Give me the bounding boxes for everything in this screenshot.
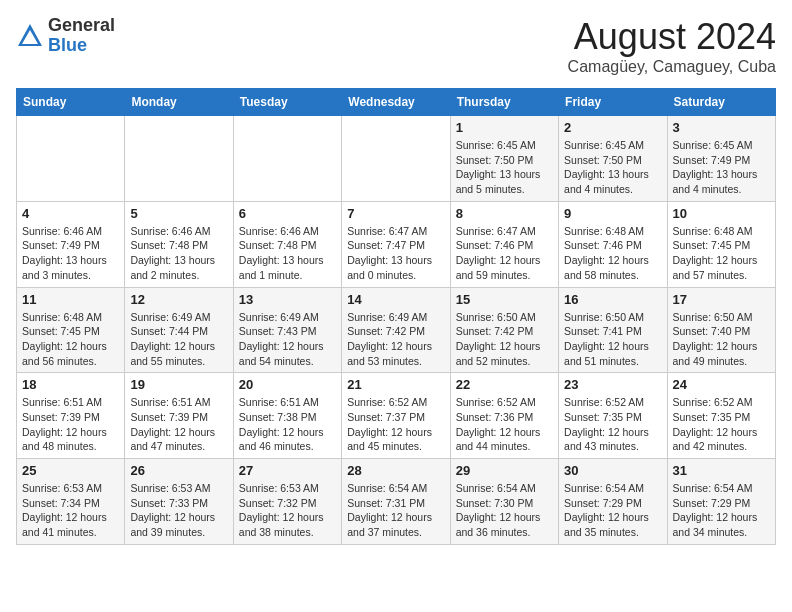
day-info: Sunrise: 6:54 AMSunset: 7:30 PMDaylight:… [456,481,553,540]
day-info: Sunrise: 6:53 AMSunset: 7:32 PMDaylight:… [239,481,336,540]
day-number: 29 [456,463,553,478]
day-number: 13 [239,292,336,307]
calendar-cell: 22Sunrise: 6:52 AMSunset: 7:36 PMDayligh… [450,373,558,459]
day-number: 6 [239,206,336,221]
day-info: Sunrise: 6:50 AMSunset: 7:40 PMDaylight:… [673,310,770,369]
day-number: 20 [239,377,336,392]
logo-text: General Blue [48,16,115,56]
day-info: Sunrise: 6:48 AMSunset: 7:45 PMDaylight:… [673,224,770,283]
calendar-cell [17,116,125,202]
calendar-cell: 25Sunrise: 6:53 AMSunset: 7:34 PMDayligh… [17,459,125,545]
day-info: Sunrise: 6:54 AMSunset: 7:31 PMDaylight:… [347,481,444,540]
calendar-cell: 27Sunrise: 6:53 AMSunset: 7:32 PMDayligh… [233,459,341,545]
day-info: Sunrise: 6:52 AMSunset: 7:37 PMDaylight:… [347,395,444,454]
calendar-cell: 30Sunrise: 6:54 AMSunset: 7:29 PMDayligh… [559,459,667,545]
calendar-cell: 31Sunrise: 6:54 AMSunset: 7:29 PMDayligh… [667,459,775,545]
calendar-cell: 20Sunrise: 6:51 AMSunset: 7:38 PMDayligh… [233,373,341,459]
logo-general-text: General [48,15,115,35]
day-number: 26 [130,463,227,478]
calendar-cell [125,116,233,202]
day-info: Sunrise: 6:47 AMSunset: 7:47 PMDaylight:… [347,224,444,283]
day-number: 14 [347,292,444,307]
calendar-cell: 11Sunrise: 6:48 AMSunset: 7:45 PMDayligh… [17,287,125,373]
day-info: Sunrise: 6:53 AMSunset: 7:33 PMDaylight:… [130,481,227,540]
calendar-cell: 24Sunrise: 6:52 AMSunset: 7:35 PMDayligh… [667,373,775,459]
day-number: 15 [456,292,553,307]
month-year-title: August 2024 [568,16,776,58]
calendar-cell: 29Sunrise: 6:54 AMSunset: 7:30 PMDayligh… [450,459,558,545]
day-info: Sunrise: 6:49 AMSunset: 7:44 PMDaylight:… [130,310,227,369]
weekday-header-wednesday: Wednesday [342,89,450,116]
weekday-header-thursday: Thursday [450,89,558,116]
day-number: 19 [130,377,227,392]
day-info: Sunrise: 6:52 AMSunset: 7:35 PMDaylight:… [673,395,770,454]
calendar-cell: 18Sunrise: 6:51 AMSunset: 7:39 PMDayligh… [17,373,125,459]
day-number: 24 [673,377,770,392]
day-number: 4 [22,206,119,221]
day-info: Sunrise: 6:46 AMSunset: 7:48 PMDaylight:… [239,224,336,283]
calendar-cell: 15Sunrise: 6:50 AMSunset: 7:42 PMDayligh… [450,287,558,373]
day-info: Sunrise: 6:51 AMSunset: 7:38 PMDaylight:… [239,395,336,454]
day-number: 31 [673,463,770,478]
day-number: 27 [239,463,336,478]
day-number: 12 [130,292,227,307]
calendar-cell [342,116,450,202]
weekday-header-friday: Friday [559,89,667,116]
day-info: Sunrise: 6:51 AMSunset: 7:39 PMDaylight:… [22,395,119,454]
logo-blue-text: Blue [48,35,87,55]
calendar-cell: 19Sunrise: 6:51 AMSunset: 7:39 PMDayligh… [125,373,233,459]
weekday-header-saturday: Saturday [667,89,775,116]
weekday-header-sunday: Sunday [17,89,125,116]
day-number: 8 [456,206,553,221]
weekday-header-monday: Monday [125,89,233,116]
calendar-cell: 6Sunrise: 6:46 AMSunset: 7:48 PMDaylight… [233,201,341,287]
day-number: 9 [564,206,661,221]
day-info: Sunrise: 6:47 AMSunset: 7:46 PMDaylight:… [456,224,553,283]
weekday-header-row: SundayMondayTuesdayWednesdayThursdayFrid… [17,89,776,116]
page-header: General Blue August 2024 Camagüey, Camag… [16,16,776,76]
day-number: 10 [673,206,770,221]
calendar-cell: 14Sunrise: 6:49 AMSunset: 7:42 PMDayligh… [342,287,450,373]
calendar-cell: 10Sunrise: 6:48 AMSunset: 7:45 PMDayligh… [667,201,775,287]
calendar-cell [233,116,341,202]
day-info: Sunrise: 6:48 AMSunset: 7:45 PMDaylight:… [22,310,119,369]
day-number: 3 [673,120,770,135]
calendar-cell: 21Sunrise: 6:52 AMSunset: 7:37 PMDayligh… [342,373,450,459]
day-number: 23 [564,377,661,392]
calendar-cell: 16Sunrise: 6:50 AMSunset: 7:41 PMDayligh… [559,287,667,373]
day-info: Sunrise: 6:50 AMSunset: 7:41 PMDaylight:… [564,310,661,369]
calendar-week-row: 18Sunrise: 6:51 AMSunset: 7:39 PMDayligh… [17,373,776,459]
calendar-cell: 9Sunrise: 6:48 AMSunset: 7:46 PMDaylight… [559,201,667,287]
day-info: Sunrise: 6:48 AMSunset: 7:46 PMDaylight:… [564,224,661,283]
day-number: 22 [456,377,553,392]
day-number: 11 [22,292,119,307]
day-number: 30 [564,463,661,478]
calendar-cell: 26Sunrise: 6:53 AMSunset: 7:33 PMDayligh… [125,459,233,545]
day-number: 16 [564,292,661,307]
day-info: Sunrise: 6:45 AMSunset: 7:49 PMDaylight:… [673,138,770,197]
calendar-cell: 17Sunrise: 6:50 AMSunset: 7:40 PMDayligh… [667,287,775,373]
day-info: Sunrise: 6:54 AMSunset: 7:29 PMDaylight:… [564,481,661,540]
day-info: Sunrise: 6:51 AMSunset: 7:39 PMDaylight:… [130,395,227,454]
day-number: 5 [130,206,227,221]
calendar-cell: 7Sunrise: 6:47 AMSunset: 7:47 PMDaylight… [342,201,450,287]
calendar-cell: 4Sunrise: 6:46 AMSunset: 7:49 PMDaylight… [17,201,125,287]
calendar-week-row: 25Sunrise: 6:53 AMSunset: 7:34 PMDayligh… [17,459,776,545]
day-info: Sunrise: 6:52 AMSunset: 7:36 PMDaylight:… [456,395,553,454]
day-info: Sunrise: 6:45 AMSunset: 7:50 PMDaylight:… [456,138,553,197]
calendar-week-row: 1Sunrise: 6:45 AMSunset: 7:50 PMDaylight… [17,116,776,202]
day-info: Sunrise: 6:53 AMSunset: 7:34 PMDaylight:… [22,481,119,540]
day-info: Sunrise: 6:49 AMSunset: 7:42 PMDaylight:… [347,310,444,369]
day-number: 1 [456,120,553,135]
title-area: August 2024 Camagüey, Camaguey, Cuba [568,16,776,76]
day-number: 2 [564,120,661,135]
day-number: 18 [22,377,119,392]
calendar-cell: 23Sunrise: 6:52 AMSunset: 7:35 PMDayligh… [559,373,667,459]
day-info: Sunrise: 6:52 AMSunset: 7:35 PMDaylight:… [564,395,661,454]
location-subtitle: Camagüey, Camaguey, Cuba [568,58,776,76]
calendar-week-row: 4Sunrise: 6:46 AMSunset: 7:49 PMDaylight… [17,201,776,287]
calendar-cell: 8Sunrise: 6:47 AMSunset: 7:46 PMDaylight… [450,201,558,287]
calendar-cell: 13Sunrise: 6:49 AMSunset: 7:43 PMDayligh… [233,287,341,373]
day-info: Sunrise: 6:45 AMSunset: 7:50 PMDaylight:… [564,138,661,197]
logo: General Blue [16,16,115,56]
